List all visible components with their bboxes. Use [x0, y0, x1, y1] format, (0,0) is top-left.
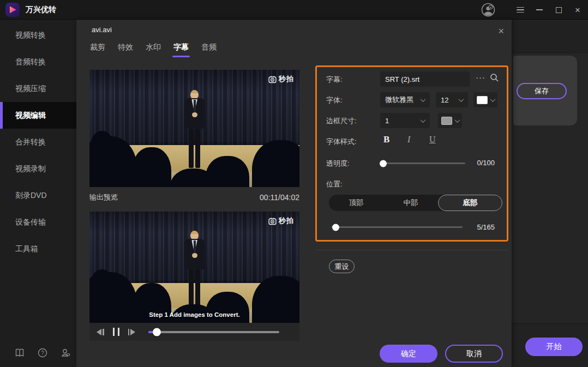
watermark: 秒拍 — [268, 74, 294, 84]
audience-silhouette — [132, 147, 171, 187]
sidebar-item-toolbox[interactable]: 工具箱 — [0, 236, 76, 262]
output-preview-video: 秒拍 — [89, 70, 299, 187]
app-title: 万兴优转 — [26, 5, 56, 15]
app-logo-icon — [5, 3, 20, 17]
tab-crop[interactable]: 裁剪 — [90, 43, 105, 57]
camera-watermark-icon — [268, 75, 277, 83]
start-button[interactable]: 开始 — [525, 338, 583, 356]
chevron-down-icon — [455, 117, 460, 123]
sidebar-item-audio-convert[interactable]: 音频转换 — [0, 49, 76, 75]
font-size-value: 12 — [441, 96, 448, 104]
watermark-text: 秒拍 — [279, 74, 294, 84]
maximize-icon[interactable] — [555, 6, 562, 14]
titlebar: 万兴优转 × — [0, 0, 588, 20]
dialog-title: avi.avi — [92, 26, 112, 34]
camera-watermark-icon — [268, 217, 277, 225]
sidebar-item-burn-dvd[interactable]: 刻录DVD — [0, 182, 76, 209]
border-color-swatch — [441, 117, 452, 125]
sidebar: 视频转换 音频转换 视频压缩 视频编辑 合并转换 视频录制 刻录DVD 设备传输… — [0, 20, 76, 367]
menu-icon[interactable] — [517, 6, 524, 14]
cancel-button[interactable]: 取消 — [445, 345, 503, 363]
tab-audio[interactable]: 音频 — [201, 43, 217, 57]
previous-frame-icon[interactable] — [97, 329, 104, 335]
seek-slider[interactable] — [148, 331, 279, 333]
opacity-slider-thumb[interactable] — [380, 160, 387, 167]
font-label: 字体: — [326, 95, 343, 105]
chevron-down-icon — [421, 97, 426, 102]
save-button[interactable]: 保存 — [517, 83, 567, 99]
browse-more-button[interactable]: ··· — [476, 73, 485, 82]
font-family-dropdown[interactable]: 微软雅黑 — [380, 92, 430, 107]
position-bottom-option[interactable]: 底部 — [438, 195, 502, 211]
tab-watermark[interactable]: 水印 — [146, 43, 161, 57]
preview-caption-row: 输出预览 00:11/04:02 — [89, 191, 299, 204]
sidebar-item-video-compress[interactable]: 视频压缩 — [0, 75, 76, 102]
pause-icon[interactable] — [113, 328, 119, 336]
position-label: 位置: — [326, 179, 343, 189]
border-size-value: 1 — [385, 117, 389, 125]
chevron-down-icon — [421, 117, 426, 123]
sidebar-item-video-edit[interactable]: 视频编辑 — [0, 102, 76, 129]
svg-text:?: ? — [41, 350, 44, 356]
subtitle-file-label: 字幕: — [326, 75, 343, 85]
sidebar-footer: ? — [14, 347, 71, 358]
reset-button[interactable]: 重设 — [329, 260, 355, 273]
watermark-text: 秒拍 — [279, 216, 294, 226]
seek-thumb[interactable] — [153, 328, 161, 336]
border-size-dropdown[interactable]: 1 — [380, 113, 430, 128]
edit-dialog: avi.avi × 裁剪 特效 水印 字幕 音频 — [76, 20, 512, 367]
chevron-down-icon — [459, 97, 464, 102]
border-size-label: 边框尺寸: — [326, 116, 357, 126]
sidebar-item-screen-record[interactable]: 视频录制 — [0, 155, 76, 182]
opacity-slider[interactable] — [381, 163, 465, 164]
minimize-icon[interactable] — [536, 6, 543, 14]
user-guide-book-icon[interactable] — [14, 347, 25, 358]
sidebar-item-merge-convert[interactable]: 合并转换 — [0, 129, 76, 155]
subtitle-file-input[interactable] — [380, 71, 470, 87]
border-color-dropdown[interactable] — [438, 113, 462, 128]
audience-silhouette — [91, 131, 113, 159]
audience-silhouette — [91, 269, 113, 298]
divider — [315, 250, 508, 250]
help-icon[interactable]: ? — [37, 347, 48, 358]
bold-button[interactable]: B — [383, 134, 389, 145]
player-bar — [89, 323, 299, 341]
main-toolbar-fragment — [512, 20, 588, 53]
tab-effects[interactable]: 特效 — [118, 43, 133, 57]
search-subtitle-icon[interactable] — [490, 73, 499, 85]
account-avatar-icon[interactable] — [481, 3, 495, 17]
underline-button[interactable]: U — [429, 135, 436, 145]
main-window-right: 保存 开始 — [512, 20, 588, 367]
sidebar-item-device-transfer[interactable]: 设备传输 — [0, 209, 76, 236]
position-value: 5/165 — [477, 223, 495, 231]
position-middle-option[interactable]: 中部 — [383, 195, 438, 211]
position-slider-thumb[interactable] — [332, 224, 339, 231]
account-contact-icon[interactable] — [60, 347, 71, 358]
sidebar-item-video-convert[interactable]: 视频转换 — [0, 22, 76, 49]
window-controls: × — [517, 0, 581, 20]
position-top-option[interactable]: 顶部 — [329, 195, 383, 211]
font-family-value: 微软雅黑 — [385, 95, 413, 105]
app-window: 万兴优转 × 视频转换 音频转换 视频压缩 视频编辑 合并转换 视频录制 — [0, 0, 588, 367]
ok-button[interactable]: 确定 — [380, 345, 437, 363]
font-style-label: 字体样式: — [326, 137, 357, 147]
output-preview-label: 输出预览 — [89, 192, 118, 202]
position-slider[interactable] — [332, 226, 463, 228]
font-color-dropdown[interactable] — [473, 92, 497, 107]
task-card: 保存 — [513, 56, 577, 125]
dialog-close-icon[interactable]: × — [498, 26, 504, 36]
chevron-down-icon — [490, 97, 496, 102]
tab-subtitle[interactable]: 字幕 — [173, 43, 189, 57]
opacity-label: 透明度: — [326, 159, 350, 169]
close-window-icon[interactable]: × — [574, 6, 581, 14]
opacity-value: 0/100 — [477, 159, 495, 167]
subtitle-settings-panel: 字幕: ··· 字体: 微软雅黑 12 边框尺寸: 1 — [315, 65, 508, 242]
rendered-subtitle-text: Step 1 Add images to Convert. — [89, 311, 299, 318]
source-preview-video: 秒拍 Step 1 Add images to Convert. — [89, 212, 299, 323]
font-size-dropdown[interactable]: 12 — [436, 92, 468, 107]
next-frame-icon[interactable] — [128, 329, 136, 335]
position-segmented-control: 顶部 中部 底部 — [329, 195, 502, 211]
playback-time: 00:11/04:02 — [260, 193, 299, 202]
italic-button[interactable]: I — [407, 135, 410, 145]
watermark: 秒拍 — [268, 216, 294, 226]
